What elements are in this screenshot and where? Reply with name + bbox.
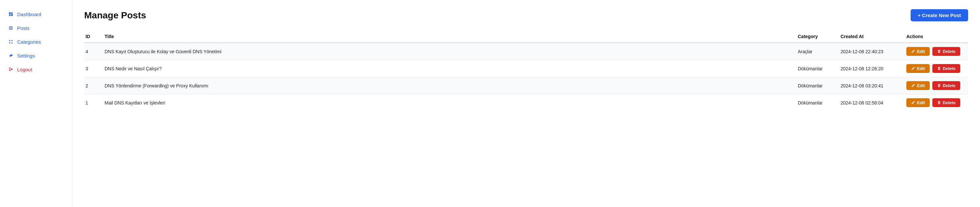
table-row: 4DNS Kayıt Oluşturucu ile Kolay ve Güven… (84, 43, 968, 60)
cell-id: 1 (84, 94, 101, 111)
sidebar-item-categories[interactable]: Categories (0, 35, 72, 48)
cell-created-at: 2024-12-08 12:26:20 (837, 60, 902, 77)
cell-actions: Edit Delete (902, 94, 968, 111)
cell-id: 3 (84, 60, 101, 77)
create-new-post-button[interactable]: + Create New Post (911, 9, 968, 21)
svg-point-0 (9, 40, 11, 41)
cell-title: Mail DNS Kayıtları ve İşlevleri (101, 94, 794, 111)
cell-category: Dökümanlar (794, 60, 837, 77)
sidebar-item-posts[interactable]: Posts (0, 22, 72, 34)
col-id: ID (84, 30, 101, 43)
cell-created-at: 2024-12-08 03:20:41 (837, 77, 902, 94)
page-title: Manage Posts (84, 10, 146, 21)
actions-cell: Edit Delete (906, 64, 964, 73)
settings-icon (8, 52, 14, 58)
cell-actions: Edit Delete (902, 43, 968, 60)
sidebar-item-settings-label: Settings (17, 53, 35, 58)
sidebar-item-dashboard[interactable]: Dashboard (0, 8, 72, 21)
svg-point-3 (11, 43, 13, 44)
sidebar-item-logout-label: Logout (17, 67, 32, 72)
table-row: 3DNS Nedir ve Nasıl Çalışır?Dökümanlar20… (84, 60, 968, 77)
categories-icon (8, 39, 14, 45)
sidebar: Dashboard Posts Categories Settings Logo… (0, 0, 72, 207)
table-header-row: ID Title Category Created At Actions (84, 30, 968, 43)
posts-table: ID Title Category Created At Actions 4DN… (84, 30, 968, 111)
delete-button-4[interactable]: Delete (932, 47, 960, 56)
table-body: 4DNS Kayıt Oluşturucu ile Kolay ve Güven… (84, 43, 968, 111)
svg-point-1 (11, 40, 13, 41)
cell-title: DNS Kayıt Oluşturucu ile Kolay ve Güvenl… (101, 43, 794, 60)
delete-button-2[interactable]: Delete (932, 81, 960, 90)
logout-icon (8, 66, 14, 72)
sidebar-item-settings[interactable]: Settings (0, 49, 72, 62)
cell-title: DNS Yönlendirme (Forwarding) ve Proxy Ku… (101, 77, 794, 94)
sidebar-item-logout[interactable]: Logout (0, 63, 72, 76)
sidebar-item-categories-label: Categories (17, 39, 41, 45)
cell-created-at: 2024-12-08 02:58:04 (837, 94, 902, 111)
page-header: Manage Posts + Create New Post (84, 9, 968, 21)
col-category: Category (794, 30, 837, 43)
cell-id: 2 (84, 77, 101, 94)
col-actions: Actions (902, 30, 968, 43)
col-title: Title (101, 30, 794, 43)
svg-point-2 (9, 43, 11, 44)
col-created-at: Created At (837, 30, 902, 43)
table-row: 2DNS Yönlendirme (Forwarding) ve Proxy K… (84, 77, 968, 94)
sidebar-item-posts-label: Posts (17, 25, 30, 31)
posts-icon (8, 25, 14, 31)
actions-cell: Edit Delete (906, 81, 964, 90)
table-row: 1Mail DNS Kayıtları ve İşlevleriDökümanl… (84, 94, 968, 111)
edit-button-3[interactable]: Edit (906, 64, 930, 73)
delete-button-1[interactable]: Delete (932, 98, 960, 107)
delete-button-3[interactable]: Delete (932, 64, 960, 73)
actions-cell: Edit Delete (906, 47, 964, 56)
table-header: ID Title Category Created At Actions (84, 30, 968, 43)
cell-actions: Edit Delete (902, 77, 968, 94)
actions-cell: Edit Delete (906, 98, 964, 107)
edit-button-1[interactable]: Edit (906, 98, 930, 107)
cell-title: DNS Nedir ve Nasıl Çalışır? (101, 60, 794, 77)
cell-created-at: 2024-12-08 22:40:23 (837, 43, 902, 60)
edit-button-2[interactable]: Edit (906, 81, 930, 90)
cell-category: Araçlar (794, 43, 837, 60)
sidebar-item-dashboard-label: Dashboard (17, 11, 41, 17)
cell-category: Dökümanlar (794, 77, 837, 94)
main-content: Manage Posts + Create New Post ID Title … (72, 0, 980, 207)
cell-id: 4 (84, 43, 101, 60)
cell-category: Dökümanlar (794, 94, 837, 111)
edit-button-4[interactable]: Edit (906, 47, 930, 56)
cell-actions: Edit Delete (902, 60, 968, 77)
dashboard-icon (8, 11, 14, 17)
